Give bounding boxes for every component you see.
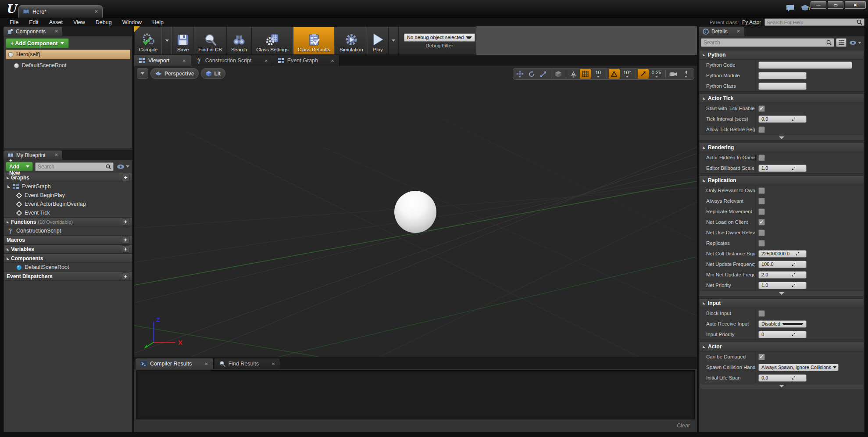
section-header-event-dispatchers[interactable]: Event Dispatchers+ xyxy=(4,272,132,281)
number-input-tick-interval-secs[interactable]: 0.0 xyxy=(758,115,807,123)
viewport[interactable]: Perspective Lit 10 10° 0.25 4 Z X xyxy=(134,66,697,357)
sphere-actor[interactable] xyxy=(394,191,436,233)
number-input-editor-billboard-scale[interactable]: 1.0 xyxy=(758,165,807,172)
add-functions-button[interactable]: + xyxy=(122,218,129,226)
section-header-macros[interactable]: Macros+ xyxy=(4,235,132,244)
blueprint-item-event-beginplay[interactable]: Event BeginPlay xyxy=(4,191,132,200)
help-search-box[interactable] xyxy=(764,18,864,26)
camera-speed-button[interactable] xyxy=(668,69,679,79)
menu-file[interactable]: File xyxy=(4,18,24,26)
debug-object-dropdown[interactable]: No debug object selected xyxy=(404,33,475,42)
checkbox-net-load-on-client[interactable]: ✓ xyxy=(758,219,765,226)
view-options-button[interactable] xyxy=(116,164,130,169)
toolbar-button-find-in-cb[interactable]: Find in CB xyxy=(194,27,227,54)
section-header-graphs[interactable]: Graphs+ xyxy=(4,173,132,182)
scale-tool-button[interactable] xyxy=(538,69,549,79)
asset-tab-hero[interactable]: Hero* ✕ xyxy=(18,5,103,18)
tab-find-results[interactable]: Find Results✕ xyxy=(214,358,281,369)
details-panel-tab[interactable]: i Details ✕ xyxy=(699,27,744,36)
checkbox-actor-hidden-in-game[interactable] xyxy=(758,154,765,161)
section-expander-replication[interactable] xyxy=(700,290,864,296)
section-header-variables[interactable]: Variables+ xyxy=(4,244,132,254)
menu-view[interactable]: View xyxy=(68,18,90,26)
blueprint-item-eventgraph[interactable]: EventGraph xyxy=(4,182,132,191)
checkbox-replicate-movement[interactable] xyxy=(758,208,765,215)
help-search-input[interactable] xyxy=(767,20,857,25)
text-input-python-module[interactable] xyxy=(758,72,807,79)
details-section-header-replication[interactable]: Replication xyxy=(700,176,864,185)
add-macros-button[interactable]: + xyxy=(122,236,129,244)
my-blueprint-search-input[interactable] xyxy=(38,164,106,170)
window-minimize-button[interactable]: — xyxy=(811,1,826,9)
text-input-field[interactable] xyxy=(761,83,804,89)
toolbar-button-save[interactable]: Save xyxy=(172,27,194,54)
section-header-components[interactable]: Components xyxy=(4,254,132,263)
text-input-field[interactable] xyxy=(761,73,804,78)
feedback-chat-icon[interactable] xyxy=(786,4,795,12)
details-section-header-input[interactable]: Input xyxy=(700,299,864,308)
component-item-hero-self[interactable]: Hero(self) xyxy=(6,50,130,59)
camera-speed-value-button[interactable]: 4 xyxy=(679,69,693,79)
rotation-snap-value-button[interactable]: 10° xyxy=(621,69,634,79)
number-input-net-update-frequency[interactable]: 100.0 xyxy=(758,261,807,268)
details-tab-close-icon[interactable]: ✕ xyxy=(736,29,740,34)
checkbox-only-relevant-to-own[interactable] xyxy=(758,187,765,194)
scale-snap-toggle-button[interactable] xyxy=(638,69,649,79)
details-view-options-button[interactable] xyxy=(848,40,862,45)
rotation-snap-toggle-button[interactable] xyxy=(609,69,620,79)
toolbar-button-play[interactable]: Play xyxy=(368,27,389,54)
rotate-tool-button[interactable] xyxy=(526,69,537,79)
component-item-defaultsceneroot[interactable]: DefaultSceneRoot xyxy=(12,61,130,70)
scale-snap-value-button[interactable]: 0.25 xyxy=(650,69,664,79)
checkbox-net-use-owner-relev[interactable] xyxy=(758,229,765,236)
tab-construction-script[interactable]: fConstruction Script✕ xyxy=(191,55,273,66)
surface-snap-button[interactable] xyxy=(568,69,579,79)
checkbox-replicates[interactable] xyxy=(758,240,765,247)
menu-debug[interactable]: Debug xyxy=(90,18,117,26)
add-new-button[interactable]: + Add New xyxy=(6,162,33,171)
play-options-button[interactable] xyxy=(389,27,399,54)
details-section-header-rendering[interactable]: Rendering xyxy=(700,143,864,152)
number-input-min-net-update-frequ[interactable]: 2.0 xyxy=(758,271,807,279)
toolbar-button-simulation[interactable]: Simulation xyxy=(335,27,368,54)
viewport-options-button[interactable] xyxy=(137,68,148,79)
perspective-button[interactable]: Perspective xyxy=(150,68,199,79)
menu-window[interactable]: Window xyxy=(117,18,147,26)
blueprint-item-constructionscript[interactable]: fConstructionScript xyxy=(4,226,132,235)
number-input-initial-life-span[interactable]: 0.0 xyxy=(758,374,807,382)
text-input-python-class[interactable] xyxy=(758,82,807,90)
checkbox-always-relevant[interactable] xyxy=(758,198,765,204)
components-panel-tab[interactable]: Components ✕ xyxy=(4,27,62,36)
menu-help[interactable]: Help xyxy=(147,18,169,26)
checkbox-can-be-damaged[interactable]: ✓ xyxy=(758,354,765,360)
add-variables-button[interactable]: + xyxy=(122,245,129,253)
world-local-toggle-button[interactable] xyxy=(553,69,564,79)
details-section-header-actor-tick[interactable]: Actor Tick xyxy=(700,94,864,103)
menu-edit[interactable]: Edit xyxy=(24,18,44,26)
my-blueprint-search-box[interactable] xyxy=(35,162,114,171)
tab-close-icon[interactable]: ✕ xyxy=(264,58,268,63)
toolbar-button-class-defaults[interactable]: Class Defaults xyxy=(293,27,335,54)
clear-button[interactable]: Clear xyxy=(677,423,690,429)
details-section-header-actor[interactable]: Actor xyxy=(700,342,864,351)
my-blueprint-tab-close-icon[interactable]: ✕ xyxy=(54,152,58,158)
checkbox-allow-tick-before-beg[interactable] xyxy=(758,126,765,133)
details-search-box[interactable] xyxy=(701,38,834,47)
tab-event-graph[interactable]: Event Graph✕ xyxy=(273,55,340,66)
number-input-input-priority[interactable]: 0 xyxy=(758,331,807,338)
tab-close-icon[interactable]: ✕ xyxy=(182,58,186,63)
parent-class-link[interactable]: Py Actor xyxy=(742,19,761,25)
text-input-field[interactable] xyxy=(761,62,849,68)
menu-asset[interactable]: Asset xyxy=(44,18,68,26)
add-event-dispatchers-button[interactable]: + xyxy=(122,272,129,280)
dropdown-spawn-collision-hand[interactable]: Always Spawn, Ignore Collisions xyxy=(758,364,839,371)
blueprint-item-defaultsceneroot[interactable]: DefaultSceneRoot xyxy=(4,263,132,272)
section-expander-actor[interactable] xyxy=(700,383,864,389)
tab-close-icon[interactable]: ✕ xyxy=(204,362,208,366)
section-header-functions[interactable]: Functions(18 Overridable)+ xyxy=(4,217,132,226)
blueprint-item-event-actorbeginoverlap[interactable]: Event ActorBeginOverlap xyxy=(4,200,132,208)
window-maximize-button[interactable]: ▭ xyxy=(828,1,843,9)
add-graphs-button[interactable]: + xyxy=(122,174,129,181)
number-input-net-cull-distance-squ[interactable]: 225000000.0 xyxy=(758,250,807,258)
grid-snap-toggle-button[interactable] xyxy=(580,69,591,79)
